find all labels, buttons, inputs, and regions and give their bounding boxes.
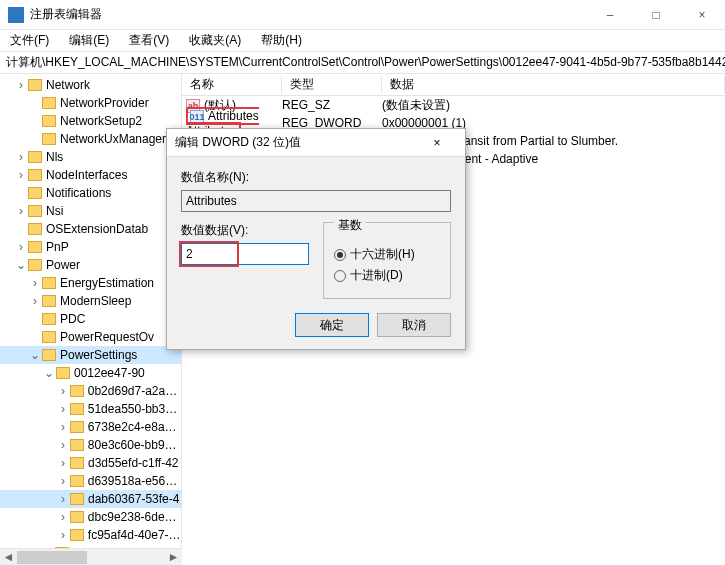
folder-icon bbox=[28, 223, 42, 235]
path-text: 计算机\HKEY_LOCAL_MACHINE\SYSTEM\CurrentCon… bbox=[6, 54, 725, 71]
chevron-right-icon[interactable]: › bbox=[56, 438, 70, 452]
menu-favorites[interactable]: 收藏夹(A) bbox=[185, 30, 245, 51]
address-bar[interactable]: 计算机\HKEY_LOCAL_MACHINE\SYSTEM\CurrentCon… bbox=[0, 52, 725, 74]
menu-bar: 文件(F) 编辑(E) 查看(V) 收藏夹(A) 帮助(H) bbox=[0, 30, 725, 52]
tree-item[interactable]: OSExtensionDatab bbox=[0, 220, 181, 238]
tree-item[interactable]: ›0b2d69d7-a2a1-4 bbox=[0, 382, 181, 400]
menu-view[interactable]: 查看(V) bbox=[125, 30, 173, 51]
chevron-right-icon[interactable]: › bbox=[56, 402, 70, 416]
folder-icon bbox=[42, 331, 56, 343]
maximize-button[interactable]: □ bbox=[633, 0, 679, 30]
chevron-right-icon[interactable]: › bbox=[56, 528, 70, 542]
value-data-input[interactable] bbox=[181, 243, 309, 265]
folder-icon bbox=[70, 475, 84, 487]
folder-icon bbox=[70, 385, 84, 397]
chevron-right-icon[interactable]: › bbox=[28, 276, 42, 290]
tree-item[interactable]: ›d639518a-e56d-4 bbox=[0, 472, 181, 490]
folder-icon bbox=[28, 151, 42, 163]
tree-item-label: 51dea550-bb38-4 bbox=[88, 402, 181, 416]
folder-icon bbox=[70, 511, 84, 523]
tree-item-label: EnergyEstimation bbox=[60, 276, 154, 290]
tree-item[interactable]: Notifications bbox=[0, 184, 181, 202]
radio-hex[interactable]: 十六进制(H) bbox=[334, 246, 440, 263]
chevron-right-icon[interactable]: › bbox=[14, 168, 28, 182]
folder-icon bbox=[70, 403, 84, 415]
chevron-right-icon[interactable]: › bbox=[14, 78, 28, 92]
tree-item[interactable]: NetworkProvider bbox=[0, 94, 181, 112]
tree-item[interactable]: PowerRequestOv bbox=[0, 328, 181, 346]
dword-value-icon: 011 bbox=[190, 110, 204, 124]
tree-item[interactable]: ›ModernSleep bbox=[0, 292, 181, 310]
folder-icon bbox=[42, 277, 56, 289]
scroll-left-icon[interactable]: ◄ bbox=[0, 549, 17, 565]
col-data[interactable]: 数据 bbox=[382, 76, 725, 93]
folder-icon bbox=[70, 439, 84, 451]
tree-item[interactable]: ›EnergyEstimation bbox=[0, 274, 181, 292]
tree-item[interactable]: ›PnP bbox=[0, 238, 181, 256]
dialog-close-button[interactable]: × bbox=[417, 136, 457, 150]
tree-item-label: NetworkSetup2 bbox=[60, 114, 142, 128]
tree-item[interactable]: ›Nls bbox=[0, 148, 181, 166]
folder-icon bbox=[70, 529, 84, 541]
title-bar: 注册表编辑器 – □ × bbox=[0, 0, 725, 30]
key-tree[interactable]: ›NetworkNetworkProviderNetworkSetup2Netw… bbox=[0, 74, 182, 548]
tree-item-label: Notifications bbox=[46, 186, 111, 200]
chevron-right-icon[interactable]: › bbox=[56, 384, 70, 398]
tree-item[interactable]: ›Nsi bbox=[0, 202, 181, 220]
tree-item[interactable]: ⌄PowerSettings bbox=[0, 346, 181, 364]
dialog-title: 编辑 DWORD (32 位)值 bbox=[175, 134, 417, 151]
tree-item-label: 0b2d69d7-a2a1-4 bbox=[88, 384, 181, 398]
col-name[interactable]: 名称 bbox=[182, 76, 282, 93]
tree-item-label: PnP bbox=[46, 240, 69, 254]
tree-item[interactable]: NetworkUxManager bbox=[0, 130, 181, 148]
cancel-button[interactable]: 取消 bbox=[377, 313, 451, 337]
window-title: 注册表编辑器 bbox=[30, 6, 587, 23]
close-button[interactable]: × bbox=[679, 0, 725, 30]
tree-item[interactable]: ⌄Power bbox=[0, 256, 181, 274]
tree-item[interactable]: ›80e3c60e-bb94-4 bbox=[0, 436, 181, 454]
tree-hscroll[interactable]: ◄ ► bbox=[0, 548, 182, 565]
tree-item-label: NetworkProvider bbox=[60, 96, 149, 110]
base-legend: 基数 bbox=[334, 217, 366, 234]
tree-item[interactable]: ›Network bbox=[0, 76, 181, 94]
menu-help[interactable]: 帮助(H) bbox=[257, 30, 306, 51]
tree-item[interactable]: ›dbc9e238-6de9-4 bbox=[0, 508, 181, 526]
chevron-right-icon[interactable]: › bbox=[28, 294, 42, 308]
col-type[interactable]: 类型 bbox=[282, 76, 382, 93]
folder-icon bbox=[42, 97, 56, 109]
tree-item-label: Nls bbox=[46, 150, 63, 164]
chevron-right-icon[interactable]: › bbox=[56, 474, 70, 488]
tree-item-label: PDC bbox=[60, 312, 85, 326]
tree-item[interactable]: ›dab60367-53fe-4 bbox=[0, 490, 181, 508]
chevron-right-icon[interactable]: › bbox=[56, 456, 70, 470]
chevron-right-icon[interactable]: › bbox=[56, 420, 70, 434]
tree-item-label: d639518a-e56d-4 bbox=[88, 474, 181, 488]
menu-file[interactable]: 文件(F) bbox=[6, 30, 53, 51]
minimize-button[interactable]: – bbox=[587, 0, 633, 30]
folder-icon bbox=[70, 457, 84, 469]
chevron-right-icon[interactable]: › bbox=[56, 492, 70, 506]
tree-item[interactable]: ›51dea550-bb38-4 bbox=[0, 400, 181, 418]
chevron-down-icon[interactable]: ⌄ bbox=[14, 258, 28, 272]
folder-icon bbox=[42, 115, 56, 127]
tree-item[interactable]: ›NodeInterfaces bbox=[0, 166, 181, 184]
scroll-right-icon[interactable]: ► bbox=[165, 549, 182, 565]
tree-item[interactable]: ›fc95af4d-40e7-4b bbox=[0, 526, 181, 544]
chevron-right-icon[interactable]: › bbox=[14, 150, 28, 164]
chevron-down-icon[interactable]: ⌄ bbox=[28, 348, 42, 362]
chevron-right-icon[interactable]: › bbox=[14, 240, 28, 254]
radio-dec[interactable]: 十进制(D) bbox=[334, 267, 440, 284]
tree-item[interactable]: ›d3d55efd-c1ff-42 bbox=[0, 454, 181, 472]
tree-item[interactable]: NetworkSetup2 bbox=[0, 112, 181, 130]
tree-item[interactable]: ⌄0012ee47-90 bbox=[0, 364, 181, 382]
folder-icon bbox=[28, 187, 42, 199]
tree-item-label: 6738e2c4-e8a5-4 bbox=[88, 420, 181, 434]
chevron-right-icon[interactable]: › bbox=[14, 204, 28, 218]
chevron-right-icon[interactable]: › bbox=[56, 510, 70, 524]
tree-item[interactable]: ›6738e2c4-e8a5-4 bbox=[0, 418, 181, 436]
scroll-thumb[interactable] bbox=[17, 551, 87, 564]
tree-item[interactable]: PDC bbox=[0, 310, 181, 328]
chevron-down-icon[interactable]: ⌄ bbox=[42, 366, 56, 380]
menu-edit[interactable]: 编辑(E) bbox=[65, 30, 113, 51]
ok-button[interactable]: 确定 bbox=[295, 313, 369, 337]
